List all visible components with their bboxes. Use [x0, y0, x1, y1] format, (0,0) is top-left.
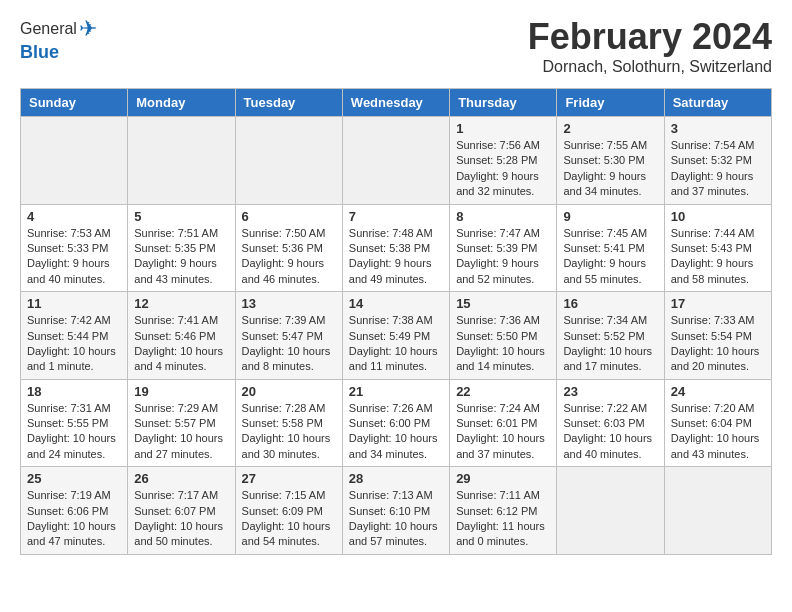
day-info: Sunrise: 7:34 AMSunset: 5:52 PMDaylight:…	[563, 313, 657, 375]
calendar-cell: 13Sunrise: 7:39 AMSunset: 5:47 PMDayligh…	[235, 292, 342, 380]
calendar-cell: 29Sunrise: 7:11 AMSunset: 6:12 PMDayligh…	[450, 467, 557, 555]
column-header-sunday: Sunday	[21, 89, 128, 117]
day-info: Sunrise: 7:38 AMSunset: 5:49 PMDaylight:…	[349, 313, 443, 375]
day-number: 25	[27, 471, 121, 486]
day-number: 5	[134, 209, 228, 224]
page-container: General ✈ Blue February 2024 Dornach, So…	[0, 0, 792, 571]
logo: General ✈ Blue	[20, 16, 97, 63]
header-area: General ✈ Blue February 2024 Dornach, So…	[20, 16, 772, 76]
calendar-cell: 1Sunrise: 7:56 AMSunset: 5:28 PMDaylight…	[450, 117, 557, 205]
calendar-cell: 14Sunrise: 7:38 AMSunset: 5:49 PMDayligh…	[342, 292, 449, 380]
day-info: Sunrise: 7:56 AMSunset: 5:28 PMDaylight:…	[456, 138, 550, 200]
column-header-saturday: Saturday	[664, 89, 771, 117]
calendar-cell: 24Sunrise: 7:20 AMSunset: 6:04 PMDayligh…	[664, 379, 771, 467]
day-number: 4	[27, 209, 121, 224]
day-info: Sunrise: 7:39 AMSunset: 5:47 PMDaylight:…	[242, 313, 336, 375]
calendar-cell: 18Sunrise: 7:31 AMSunset: 5:55 PMDayligh…	[21, 379, 128, 467]
day-number: 9	[563, 209, 657, 224]
calendar-cell: 20Sunrise: 7:28 AMSunset: 5:58 PMDayligh…	[235, 379, 342, 467]
day-number: 26	[134, 471, 228, 486]
calendar-subtitle: Dornach, Solothurn, Switzerland	[528, 58, 772, 76]
day-number: 19	[134, 384, 228, 399]
day-info: Sunrise: 7:13 AMSunset: 6:10 PMDaylight:…	[349, 488, 443, 550]
calendar-cell: 28Sunrise: 7:13 AMSunset: 6:10 PMDayligh…	[342, 467, 449, 555]
calendar-cell: 19Sunrise: 7:29 AMSunset: 5:57 PMDayligh…	[128, 379, 235, 467]
column-header-monday: Monday	[128, 89, 235, 117]
day-number: 29	[456, 471, 550, 486]
calendar-cell	[557, 467, 664, 555]
calendar-cell: 22Sunrise: 7:24 AMSunset: 6:01 PMDayligh…	[450, 379, 557, 467]
day-info: Sunrise: 7:42 AMSunset: 5:44 PMDaylight:…	[27, 313, 121, 375]
day-number: 14	[349, 296, 443, 311]
day-info: Sunrise: 7:19 AMSunset: 6:06 PMDaylight:…	[27, 488, 121, 550]
calendar-week-1: 1Sunrise: 7:56 AMSunset: 5:28 PMDaylight…	[21, 117, 772, 205]
day-info: Sunrise: 7:29 AMSunset: 5:57 PMDaylight:…	[134, 401, 228, 463]
day-number: 16	[563, 296, 657, 311]
day-number: 13	[242, 296, 336, 311]
logo-general-text: General	[20, 20, 77, 38]
calendar-cell: 12Sunrise: 7:41 AMSunset: 5:46 PMDayligh…	[128, 292, 235, 380]
day-number: 20	[242, 384, 336, 399]
day-number: 6	[242, 209, 336, 224]
calendar-cell: 2Sunrise: 7:55 AMSunset: 5:30 PMDaylight…	[557, 117, 664, 205]
day-info: Sunrise: 7:33 AMSunset: 5:54 PMDaylight:…	[671, 313, 765, 375]
calendar-cell: 9Sunrise: 7:45 AMSunset: 5:41 PMDaylight…	[557, 204, 664, 292]
logo-icon: ✈	[79, 16, 97, 42]
day-number: 28	[349, 471, 443, 486]
day-number: 15	[456, 296, 550, 311]
day-info: Sunrise: 7:24 AMSunset: 6:01 PMDaylight:…	[456, 401, 550, 463]
day-number: 17	[671, 296, 765, 311]
calendar-cell	[21, 117, 128, 205]
day-info: Sunrise: 7:47 AMSunset: 5:39 PMDaylight:…	[456, 226, 550, 288]
day-number: 10	[671, 209, 765, 224]
day-number: 3	[671, 121, 765, 136]
calendar-cell: 15Sunrise: 7:36 AMSunset: 5:50 PMDayligh…	[450, 292, 557, 380]
calendar-cell: 7Sunrise: 7:48 AMSunset: 5:38 PMDaylight…	[342, 204, 449, 292]
calendar-title: February 2024	[528, 16, 772, 58]
calendar-cell	[128, 117, 235, 205]
calendar-cell: 23Sunrise: 7:22 AMSunset: 6:03 PMDayligh…	[557, 379, 664, 467]
column-header-wednesday: Wednesday	[342, 89, 449, 117]
day-info: Sunrise: 7:17 AMSunset: 6:07 PMDaylight:…	[134, 488, 228, 550]
logo-blue-text: Blue	[20, 42, 97, 63]
day-number: 12	[134, 296, 228, 311]
calendar-week-4: 18Sunrise: 7:31 AMSunset: 5:55 PMDayligh…	[21, 379, 772, 467]
day-info: Sunrise: 7:20 AMSunset: 6:04 PMDaylight:…	[671, 401, 765, 463]
calendar-cell: 8Sunrise: 7:47 AMSunset: 5:39 PMDaylight…	[450, 204, 557, 292]
day-info: Sunrise: 7:54 AMSunset: 5:32 PMDaylight:…	[671, 138, 765, 200]
calendar-cell: 26Sunrise: 7:17 AMSunset: 6:07 PMDayligh…	[128, 467, 235, 555]
day-info: Sunrise: 7:41 AMSunset: 5:46 PMDaylight:…	[134, 313, 228, 375]
calendar-week-5: 25Sunrise: 7:19 AMSunset: 6:06 PMDayligh…	[21, 467, 772, 555]
day-number: 18	[27, 384, 121, 399]
calendar-cell: 10Sunrise: 7:44 AMSunset: 5:43 PMDayligh…	[664, 204, 771, 292]
day-info: Sunrise: 7:31 AMSunset: 5:55 PMDaylight:…	[27, 401, 121, 463]
day-number: 24	[671, 384, 765, 399]
day-number: 23	[563, 384, 657, 399]
column-header-friday: Friday	[557, 89, 664, 117]
day-info: Sunrise: 7:28 AMSunset: 5:58 PMDaylight:…	[242, 401, 336, 463]
column-header-thursday: Thursday	[450, 89, 557, 117]
calendar-cell	[664, 467, 771, 555]
day-number: 27	[242, 471, 336, 486]
day-info: Sunrise: 7:55 AMSunset: 5:30 PMDaylight:…	[563, 138, 657, 200]
day-number: 21	[349, 384, 443, 399]
calendar-cell: 5Sunrise: 7:51 AMSunset: 5:35 PMDaylight…	[128, 204, 235, 292]
calendar-cell: 4Sunrise: 7:53 AMSunset: 5:33 PMDaylight…	[21, 204, 128, 292]
day-info: Sunrise: 7:53 AMSunset: 5:33 PMDaylight:…	[27, 226, 121, 288]
day-info: Sunrise: 7:44 AMSunset: 5:43 PMDaylight:…	[671, 226, 765, 288]
day-number: 8	[456, 209, 550, 224]
calendar-table: SundayMondayTuesdayWednesdayThursdayFrid…	[20, 88, 772, 555]
day-info: Sunrise: 7:51 AMSunset: 5:35 PMDaylight:…	[134, 226, 228, 288]
calendar-header-row: SundayMondayTuesdayWednesdayThursdayFrid…	[21, 89, 772, 117]
day-info: Sunrise: 7:45 AMSunset: 5:41 PMDaylight:…	[563, 226, 657, 288]
title-area: February 2024 Dornach, Solothurn, Switze…	[528, 16, 772, 76]
calendar-cell: 17Sunrise: 7:33 AMSunset: 5:54 PMDayligh…	[664, 292, 771, 380]
calendar-cell: 11Sunrise: 7:42 AMSunset: 5:44 PMDayligh…	[21, 292, 128, 380]
calendar-cell	[235, 117, 342, 205]
calendar-cell: 25Sunrise: 7:19 AMSunset: 6:06 PMDayligh…	[21, 467, 128, 555]
calendar-cell	[342, 117, 449, 205]
day-number: 2	[563, 121, 657, 136]
calendar-week-3: 11Sunrise: 7:42 AMSunset: 5:44 PMDayligh…	[21, 292, 772, 380]
calendar-cell: 6Sunrise: 7:50 AMSunset: 5:36 PMDaylight…	[235, 204, 342, 292]
day-info: Sunrise: 7:48 AMSunset: 5:38 PMDaylight:…	[349, 226, 443, 288]
